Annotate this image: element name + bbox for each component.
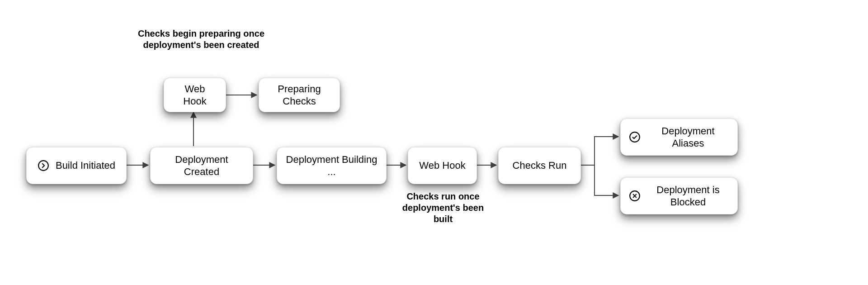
node-label: Web Hook bbox=[419, 159, 465, 172]
svg-point-7 bbox=[630, 132, 640, 142]
node-deployment-created: Deployment Created bbox=[150, 147, 253, 184]
node-label: Deployment Building ... bbox=[285, 153, 378, 178]
node-label: Preparing Checks bbox=[267, 83, 331, 108]
check-circle-icon bbox=[629, 131, 641, 143]
node-deployment-aliases: Deployment Aliases bbox=[620, 119, 738, 156]
arrow-right-circle-icon bbox=[38, 160, 49, 171]
node-deployment-building: Deployment Building ... bbox=[277, 147, 387, 184]
node-web-hook-top: Web Hook bbox=[164, 78, 226, 112]
x-circle-icon bbox=[629, 190, 641, 202]
node-deployment-blocked: Deployment is Blocked bbox=[620, 177, 738, 214]
svg-point-6 bbox=[38, 161, 48, 171]
node-label: Deployment Aliases bbox=[647, 125, 729, 150]
node-label: Deployment Created bbox=[159, 153, 245, 178]
node-label: Web Hook bbox=[172, 83, 217, 108]
node-web-hook-mid: Web Hook bbox=[408, 147, 477, 184]
caption-checks-prepare: Checks begin preparing once deployment's… bbox=[131, 28, 271, 51]
node-label: Deployment is Blocked bbox=[647, 184, 729, 209]
flow-connectors bbox=[0, 0, 868, 285]
node-preparing-checks: Preparing Checks bbox=[259, 78, 340, 112]
node-label: Checks Run bbox=[513, 159, 567, 172]
caption-checks-run: Checks run once deployment's been built bbox=[393, 191, 493, 225]
node-label: Build Initiated bbox=[56, 159, 115, 172]
node-build-initiated: Build Initiated bbox=[26, 147, 127, 184]
node-checks-run: Checks Run bbox=[498, 147, 581, 184]
